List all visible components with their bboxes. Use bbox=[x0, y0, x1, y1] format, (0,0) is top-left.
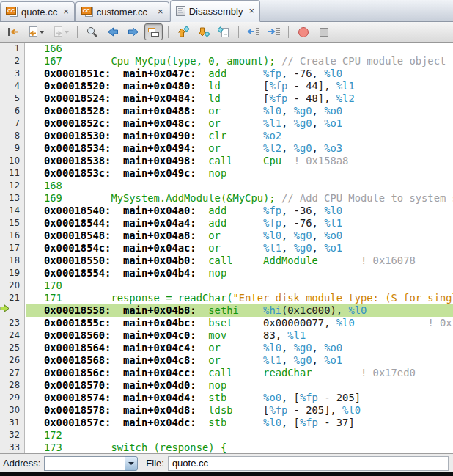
code-line[interactable]: 167 Cpu MyCpu(type, 0, amount); // Creat… bbox=[26, 55, 453, 67]
code-row[interactable]: 60x00018528: main+0x0488: or %l0, %g0, %… bbox=[0, 105, 453, 117]
pause-button[interactable] bbox=[294, 23, 312, 40]
code-row[interactable]: 1166 bbox=[0, 43, 453, 55]
stop-button[interactable] bbox=[314, 23, 333, 40]
code-row[interactable]: 100x00018538: main+0x0498: call Cpu ! 0x… bbox=[0, 155, 453, 167]
code-line[interactable]: 166 bbox=[26, 43, 453, 55]
code-line[interactable]: 0x0001852c: main+0x048c: or %l1, %g0, %o… bbox=[26, 117, 453, 130]
code-line[interactable]: 168 bbox=[26, 180, 453, 192]
next-jump-button[interactable] bbox=[124, 23, 142, 40]
code-row[interactable]: 260x00018568: main+0x04c8: or %l1, %g0, … bbox=[0, 354, 453, 367]
code-line[interactable]: 0x00018558: main+0x04b8: sethi %hi(0x1c0… bbox=[26, 304, 453, 317]
code-line[interactable]: 0x00018548: main+0x04a8: or %l0, %g0, %o… bbox=[26, 230, 453, 242]
toggle-blocks-button[interactable] bbox=[144, 23, 163, 40]
back-history-button[interactable] bbox=[24, 23, 47, 40]
line-number[interactable]: 6 bbox=[0, 105, 25, 117]
code-line[interactable]: 0x0001854c: main+0x04ac: or %l1, %g0, %o… bbox=[26, 242, 453, 255]
code-line[interactable]: 0x00018554: main+0x04b4: nop bbox=[26, 267, 453, 279]
code-row[interactable]: 12168 bbox=[0, 180, 453, 192]
code-row[interactable]: 270x0001856c: main+0x04cc: call readChar… bbox=[0, 367, 453, 379]
next-call-button[interactable] bbox=[194, 23, 213, 40]
line-number[interactable]: 24 bbox=[0, 329, 25, 342]
code-row[interactable]: 30x0001851c: main+0x047c: add %fp, -76, … bbox=[0, 67, 453, 80]
line-number[interactable]: 25 bbox=[0, 342, 25, 354]
code-line[interactable]: 0x0001857c: main+0x04dc: stb %l0, [%fp -… bbox=[26, 417, 453, 429]
line-number[interactable]: 20 bbox=[0, 279, 25, 292]
line-number[interactable]: 31 bbox=[0, 417, 25, 429]
code-row[interactable]: 180x00018550: main+0x04b0: call AddModul… bbox=[0, 255, 453, 267]
code-line[interactable]: 0x00018564: main+0x04c4: or %l0, %g0, %o… bbox=[26, 342, 453, 354]
line-number[interactable]: 5 bbox=[0, 92, 25, 105]
line-number[interactable]: 13 bbox=[0, 192, 25, 205]
code-line[interactable]: 173 switch (response) { bbox=[26, 442, 453, 453]
find-button[interactable] bbox=[83, 23, 101, 40]
code-row[interactable]: 2167 Cpu MyCpu(type, 0, amount); // Crea… bbox=[0, 55, 453, 67]
code-line[interactable]: 0x0001856c: main+0x04cc: call readChar !… bbox=[26, 367, 453, 379]
step-out-button[interactable] bbox=[244, 23, 262, 40]
code-line[interactable]: 0x00018538: main+0x0498: call Cpu ! 0x15… bbox=[26, 155, 453, 167]
code-row[interactable]: 32172 bbox=[0, 429, 453, 442]
code-row[interactable]: 40x00018520: main+0x0480: ld [%fp - 44],… bbox=[0, 80, 453, 92]
line-number[interactable]: 14 bbox=[0, 205, 25, 217]
tab-customer-cc[interactable]: CC customer.cc × bbox=[76, 1, 169, 21]
tab-quote-cc[interactable]: CC quote.cc × bbox=[0, 1, 75, 21]
line-number[interactable]: 26 bbox=[0, 354, 25, 367]
code-line[interactable]: 0x00018574: main+0x04d4: stb %o0, [%fp -… bbox=[26, 392, 453, 404]
code-line[interactable]: 0x0001853c: main+0x049c: nop bbox=[26, 167, 453, 180]
line-number[interactable]: 7 bbox=[0, 117, 25, 130]
code-row[interactable]: 160x00018548: main+0x04a8: or %l0, %g0, … bbox=[0, 230, 453, 242]
code-row-current[interactable]: 0x00018558: main+0x04b8: sethi %hi(0x1c0… bbox=[0, 304, 453, 317]
line-number[interactable]: 21 bbox=[0, 292, 25, 304]
code-line[interactable]: 0x00018524: main+0x0484: ld [%fp - 48], … bbox=[26, 92, 453, 105]
run-to-cursor-button[interactable] bbox=[215, 23, 233, 40]
code-line[interactable]: 0x00018578: main+0x04d8: ldsb [%fp - 205… bbox=[26, 404, 453, 417]
code-line[interactable]: 169 MySystem.AddModule(&MyCpu); // Add C… bbox=[26, 192, 453, 205]
line-number[interactable]: 11 bbox=[0, 167, 25, 180]
line-number[interactable]: 2 bbox=[0, 55, 25, 67]
code-row[interactable]: 90x00018534: main+0x0494: or %l2, %g0, %… bbox=[0, 142, 453, 155]
goto-source-button[interactable] bbox=[4, 23, 22, 40]
close-tab-icon[interactable]: × bbox=[248, 7, 254, 15]
line-number[interactable]: 15 bbox=[0, 217, 25, 230]
code-line[interactable]: 0x00018570: main+0x04d0: nop bbox=[26, 379, 453, 392]
current-pc-arrow-icon[interactable] bbox=[0, 304, 25, 317]
code-line[interactable]: 0x00018544: main+0x04a4: add %fp, -76, %… bbox=[26, 217, 453, 230]
line-number[interactable]: 10 bbox=[0, 155, 25, 167]
line-number[interactable]: 4 bbox=[0, 80, 25, 92]
close-tab-icon[interactable]: × bbox=[158, 8, 163, 15]
code-row[interactable]: 50x00018524: main+0x0484: ld [%fp - 48],… bbox=[0, 92, 453, 105]
file-input[interactable] bbox=[168, 456, 449, 471]
code-row[interactable]: 170x0001854c: main+0x04ac: or %l1, %g0, … bbox=[0, 242, 453, 255]
line-number[interactable]: 12 bbox=[0, 180, 25, 192]
code-line[interactable]: 0x00018520: main+0x0480: ld [%fp - 44], … bbox=[26, 80, 453, 92]
address-input[interactable] bbox=[44, 456, 125, 471]
code-row[interactable]: 300x00018578: main+0x04d8: ldsb [%fp - 2… bbox=[0, 404, 453, 417]
line-number[interactable]: 17 bbox=[0, 242, 25, 255]
line-number[interactable]: 28 bbox=[0, 379, 25, 392]
line-number[interactable]: 16 bbox=[0, 230, 25, 242]
code-row[interactable]: 150x00018544: main+0x04a4: add %fp, -76,… bbox=[0, 217, 453, 230]
code-row[interactable]: 20170 bbox=[0, 279, 453, 292]
code-row[interactable]: 70x0001852c: main+0x048c: or %l1, %g0, %… bbox=[0, 117, 453, 130]
line-number[interactable]: 9 bbox=[0, 142, 25, 155]
code-row[interactable]: 280x00018570: main+0x04d0: nop bbox=[0, 379, 453, 392]
code-row[interactable]: 13169 MySystem.AddModule(&MyCpu); // Add… bbox=[0, 192, 453, 205]
tab-disassembly[interactable]: Disassembly × bbox=[170, 0, 260, 22]
line-number[interactable]: 29 bbox=[0, 392, 25, 404]
line-number[interactable]: 33 bbox=[0, 442, 25, 453]
code-line[interactable]: 170 bbox=[26, 279, 453, 292]
code-line[interactable]: 0x00018550: main+0x04b0: call AddModule … bbox=[26, 255, 453, 267]
code-line[interactable]: 171 response = readChar("Enter disk modu… bbox=[26, 292, 453, 304]
code-line[interactable]: 0x00018568: main+0x04c8: or %l1, %g0, %o… bbox=[26, 354, 453, 367]
forward-history-button[interactable] bbox=[49, 23, 72, 40]
line-number[interactable]: 3 bbox=[0, 67, 25, 80]
code-line[interactable]: 0x00018560: main+0x04c0: mov 83, %l1 bbox=[26, 329, 453, 342]
code-line[interactable]: 0x00018530: main+0x0490: clr %o2 bbox=[26, 130, 453, 142]
close-tab-icon[interactable]: × bbox=[63, 8, 69, 15]
line-number[interactable]: 19 bbox=[0, 267, 25, 279]
line-number[interactable]: 1 bbox=[0, 43, 25, 55]
code-row[interactable]: 290x00018574: main+0x04d4: stb %o0, [%fp… bbox=[0, 392, 453, 404]
code-line[interactable]: 0x00018534: main+0x0494: or %l2, %g0, %o… bbox=[26, 142, 453, 155]
step-into-button[interactable] bbox=[265, 23, 283, 40]
line-number[interactable]: 18 bbox=[0, 255, 25, 267]
previous-call-button[interactable] bbox=[174, 23, 192, 40]
